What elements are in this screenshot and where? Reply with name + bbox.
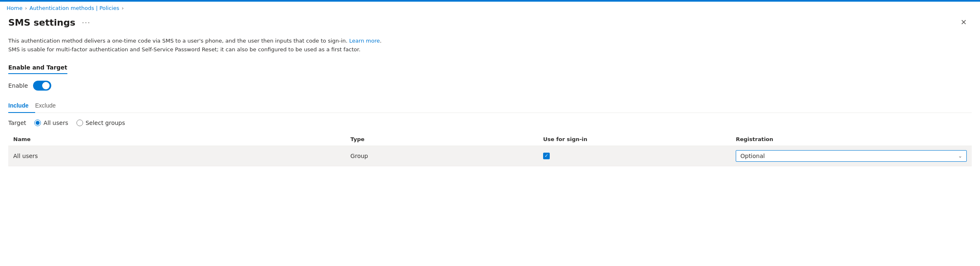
section-title: Enable and Target bbox=[8, 64, 67, 74]
target-select-groups-radio[interactable] bbox=[76, 120, 83, 126]
signin-checkbox-container: ✓ bbox=[543, 153, 726, 159]
target-label: Target bbox=[8, 120, 26, 126]
target-select-groups-label: Select groups bbox=[86, 120, 125, 126]
target-row: Target All users Select groups bbox=[8, 120, 972, 126]
learn-more-link[interactable]: Learn more bbox=[349, 38, 380, 44]
page-title: SMS settings bbox=[8, 17, 75, 28]
signin-checkbox[interactable]: ✓ bbox=[543, 153, 550, 159]
target-all-users-radio[interactable] bbox=[34, 120, 41, 126]
registration-dropdown[interactable]: Optional ⌄ bbox=[736, 150, 967, 162]
table-header-row: Name Type Use for sign-in Registration bbox=[8, 133, 972, 146]
description-line2: SMS is usable for multi-factor authentic… bbox=[8, 46, 972, 54]
target-all-users-label: All users bbox=[43, 120, 68, 126]
cell-signin: ✓ bbox=[538, 146, 731, 166]
breadcrumb-separator-2: › bbox=[122, 5, 124, 11]
target-all-users-option[interactable]: All users bbox=[34, 120, 68, 126]
ellipsis-button[interactable]: ··· bbox=[79, 17, 93, 29]
cell-registration: Optional ⌄ bbox=[731, 146, 972, 166]
cell-name: All users bbox=[8, 146, 346, 166]
page-title-area: SMS settings ··· bbox=[8, 17, 93, 29]
breadcrumb-home[interactable]: Home bbox=[7, 5, 22, 11]
main-content: SMS settings ··· ✕ This authentication m… bbox=[0, 14, 980, 175]
target-select-groups-option[interactable]: Select groups bbox=[76, 120, 125, 126]
tab-include[interactable]: Include bbox=[8, 99, 35, 113]
breadcrumb: Home › Authentication methods | Policies… bbox=[0, 2, 980, 14]
tabs-bar: Include Exclude bbox=[8, 99, 972, 113]
description-line1: This authentication method delivers a on… bbox=[8, 37, 972, 46]
cell-type: Group bbox=[346, 146, 538, 166]
toggle-slider bbox=[33, 81, 51, 91]
table-row: All users Group ✓ Optional ⌄ bbox=[8, 146, 972, 166]
tab-exclude[interactable]: Exclude bbox=[35, 99, 62, 113]
registration-dropdown-value: Optional bbox=[740, 153, 765, 159]
breadcrumb-auth-methods[interactable]: Authentication methods | Policies bbox=[29, 5, 119, 11]
table-body: All users Group ✓ Optional ⌄ bbox=[8, 146, 972, 166]
col-header-signin: Use for sign-in bbox=[538, 133, 731, 146]
users-table: Name Type Use for sign-in Registration A… bbox=[8, 133, 972, 166]
close-button[interactable]: ✕ bbox=[959, 16, 968, 29]
enable-row: Enable bbox=[8, 81, 972, 91]
enable-toggle[interactable] bbox=[33, 81, 51, 91]
table-header: Name Type Use for sign-in Registration bbox=[8, 133, 972, 146]
description-block: This authentication method delivers a on… bbox=[8, 37, 972, 54]
col-header-type: Type bbox=[346, 133, 538, 146]
breadcrumb-separator-1: › bbox=[25, 5, 27, 11]
page-header: SMS settings ··· ✕ bbox=[8, 14, 972, 37]
chevron-down-icon: ⌄ bbox=[958, 153, 962, 159]
enable-label: Enable bbox=[8, 82, 28, 89]
col-header-name: Name bbox=[8, 133, 346, 146]
col-header-registration: Registration bbox=[731, 133, 972, 146]
